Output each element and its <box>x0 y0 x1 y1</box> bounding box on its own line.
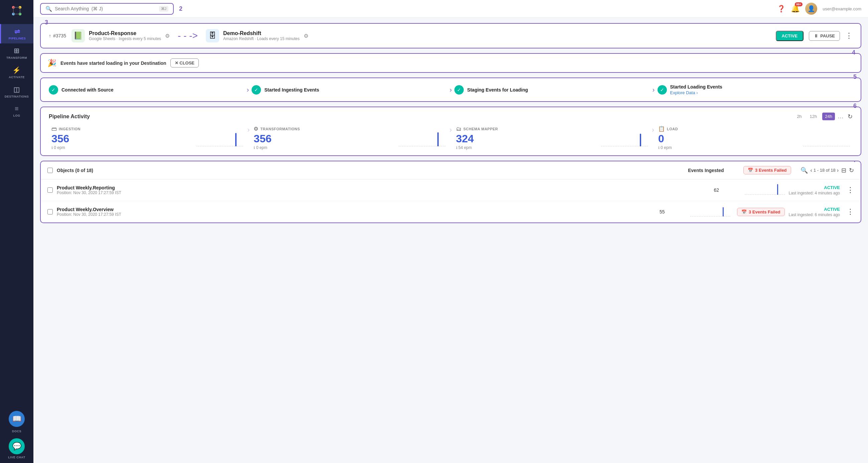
notifications-btn[interactable]: 🔔 99+ <box>791 4 800 13</box>
alert-text: Events have started loading in your Dest… <box>60 60 166 66</box>
step-staging-check: ✓ <box>454 85 464 95</box>
ingestion-epm: ℹ 0 epm <box>52 145 192 150</box>
metric-schema-mapper-header: 🗂 SCHEMA MAPPER <box>456 126 597 132</box>
time-more-icon[interactable]: … <box>838 113 844 120</box>
pipeline-activity-card: 6 Pipeline Activity 2h 12h 24h … ↻ 🗃 <box>40 106 861 156</box>
sidebar-chat-btn[interactable]: 💬 LIVE CHAT <box>8 436 25 459</box>
sidebar-item-activate[interactable]: ⚡ ACTIVATE <box>0 63 33 82</box>
dest-icon: 🗄 <box>206 29 219 42</box>
metric-ingestion-header: 🗃 INGESTION <box>52 126 192 132</box>
search-box[interactable]: 🔍 ⌘J <box>40 3 174 15</box>
metric-arrow-2: › <box>450 126 452 150</box>
alert-banner: 4 🎉 Events have started loading in your … <box>40 53 861 73</box>
load-epm-value: 0 epm <box>660 145 672 150</box>
info-icon-schema: ℹ <box>456 146 457 150</box>
row-2-name: Product Weekly.Overview <box>57 207 655 212</box>
metric-ingestion: 🗃 INGESTION 356 ℹ 0 epm <box>49 126 246 150</box>
row-2-chart <box>690 206 730 218</box>
step-arrow-3: › <box>652 86 655 94</box>
pause-button[interactable]: ⏸ PAUSE <box>809 31 840 41</box>
row-2-chart-bar <box>723 207 724 216</box>
close-alert-button[interactable]: ✕ CLOSE <box>170 58 199 67</box>
activity-refresh-button[interactable]: ↻ <box>848 113 852 120</box>
metric-ingestion-info: 🗃 INGESTION 356 ℹ 0 epm <box>52 126 192 150</box>
row-1-last-ingested: Last ingested: 4 minutes ago <box>789 191 840 195</box>
pipelines-icon: ⇌ <box>14 27 20 35</box>
table-refresh-button[interactable]: ↻ <box>849 167 854 174</box>
step-ingesting-check: ✓ <box>252 85 261 95</box>
avatar[interactable]: 👤 <box>805 3 817 15</box>
sidebar-item-transform-label: TRANSFORM <box>6 56 27 59</box>
source-subtitle: Google Sheets · Ingests every 5 minutes <box>89 36 161 41</box>
time-filter-12h[interactable]: 12h <box>807 113 820 120</box>
metric-schema-mapper-info: 🗂 SCHEMA MAPPER 324 ℹ 54 epm <box>456 126 597 150</box>
active-status-badge[interactable]: ACTIVE <box>776 31 804 41</box>
row-2-status: ACTIVE Last ingested: 6 minutes ago <box>789 207 840 217</box>
source-block: 📗 Product-Response Google Sheets · Inges… <box>71 29 170 42</box>
chat-icon: 💬 <box>12 442 21 451</box>
step-3-label: 3 <box>45 19 48 26</box>
row-1-position: Position: Nov 30, 2020 17:27:59 IST <box>57 190 710 195</box>
docs-label: DOCS <box>12 430 21 433</box>
metric-transformations-info: ⚙ TRANSFORMATIONS 356 ℹ 0 epm <box>254 126 395 150</box>
events-ingested-header: Events Ingested <box>673 168 739 173</box>
row-1-info: Product Weekly.Reporting Position: Nov 3… <box>57 185 710 195</box>
table-filter-button[interactable]: ⊟ <box>841 167 846 174</box>
help-icon[interactable]: ❓ <box>777 5 785 13</box>
row-1-name: Product Weekly.Reporting <box>57 185 710 190</box>
sidebar-item-pipelines[interactable]: ⇌ PIPELINES <box>0 24 33 43</box>
step-connected-label: Connected with Source <box>61 87 114 93</box>
docs-icon: 📖 <box>12 414 21 423</box>
content-area: 3 ↑ #3735 📗 Product-Response Google Shee… <box>33 18 868 463</box>
schema-mapper-value: 324 <box>456 133 597 144</box>
time-filters: 2h 12h 24h … <box>794 113 844 120</box>
pagination-prev-button[interactable]: ‹ <box>810 167 812 174</box>
table-row: Product Weekly.Reporting Position: Nov 3… <box>41 179 861 201</box>
transformations-chart-bar <box>437 132 439 146</box>
row-1-checkbox[interactable] <box>48 187 53 193</box>
sidebar-item-log[interactable]: ≡ LOG <box>0 101 33 121</box>
row-2-events-failed-badge[interactable]: 📅 3 Events Failed <box>737 208 785 216</box>
sidebar-item-pipelines-label: PIPELINES <box>9 37 26 40</box>
row-2-more-button[interactable]: ⋮ <box>847 208 854 216</box>
source-settings-button[interactable]: ⚙ <box>165 33 170 39</box>
pagination-next-button[interactable]: › <box>837 167 839 174</box>
search-input[interactable] <box>55 6 156 11</box>
explore-data-link[interactable]: Explore Data › <box>670 90 722 95</box>
pagination-text: 1 - 18 of 18 <box>813 168 836 173</box>
select-all-checkbox[interactable] <box>48 168 53 173</box>
app-logo[interactable] <box>10 4 23 18</box>
sidebar-item-destinations[interactable]: ◫ DESTINATIONS <box>0 82 33 101</box>
sidebar-item-transform[interactable]: ⊞ TRANSFORM <box>0 43 33 63</box>
time-filter-24h[interactable]: 24h <box>822 113 835 120</box>
sidebar-docs-btn[interactable]: 📖 DOCS <box>9 411 25 433</box>
load-value: 0 <box>658 133 799 144</box>
step-7-label: 7 <box>853 161 857 164</box>
transformations-chart <box>399 130 445 146</box>
row-2-events-failed-label: 3 Events Failed <box>749 210 780 214</box>
dest-settings-button[interactable]: ⚙ <box>304 33 308 39</box>
transform-icon: ⊞ <box>14 47 20 55</box>
ingestion-icon: 🗃 <box>52 126 57 132</box>
activity-header: Pipeline Activity 2h 12h 24h … ↻ <box>49 113 852 120</box>
sidebar-bottom: 📖 DOCS 💬 LIVE CHAT <box>0 411 33 459</box>
table-search-button[interactable]: 🔍 <box>801 167 808 174</box>
pipeline-more-button[interactable]: ⋮ <box>845 31 852 40</box>
info-icon-load: ℹ <box>658 146 659 150</box>
dest-name: Demo-Redshift <box>223 30 300 36</box>
metric-transformations-header: ⚙ TRANSFORMATIONS <box>254 126 395 132</box>
pagination: ‹ 1 - 18 of 18 › <box>810 167 839 174</box>
row-2-checkbox[interactable] <box>48 209 53 214</box>
source-name: Product-Response <box>89 30 161 36</box>
step-staging-label: Staging Events for Loading <box>467 87 528 93</box>
time-filter-2h[interactable]: 2h <box>794 113 804 120</box>
activate-icon: ⚡ <box>12 66 21 74</box>
events-failed-badge[interactable]: 📅 3 Events Failed <box>743 166 791 174</box>
row-1-more-button[interactable]: ⋮ <box>847 186 854 194</box>
metric-load-info: 📋 LOAD 0 ℹ 0 epm <box>658 126 799 150</box>
row-1-count: 62 <box>714 187 741 193</box>
avatar-image: 👤 <box>805 3 817 15</box>
row-2-position: Position: Nov 30, 2020 17:27:59 IST <box>57 212 655 217</box>
docs-icon-circle: 📖 <box>9 411 25 427</box>
pipeline-id: ↑ #3735 <box>49 33 66 38</box>
